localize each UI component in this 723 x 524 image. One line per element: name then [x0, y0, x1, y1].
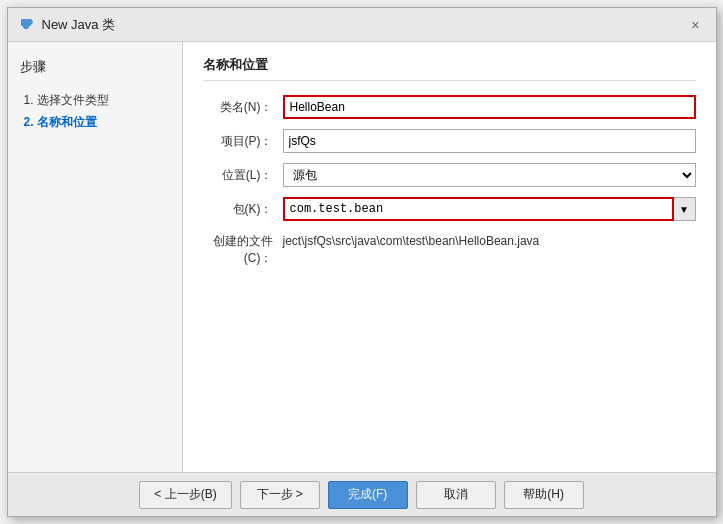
titlebar: New Java 类 × — [8, 8, 716, 42]
new-java-class-dialog: New Java 类 × 步骤 1. 选择文件类型 2. 名称和位置 名称和位置 — [7, 7, 717, 517]
class-name-input[interactable] — [283, 95, 696, 119]
project-row: 项目(P)： — [203, 129, 696, 153]
svg-rect-1 — [23, 26, 29, 28]
sidebar-heading: 步骤 — [20, 58, 170, 76]
bottom-bar: < 上一步(B) 下一步 > 完成(F) 取消 帮助(H) — [8, 472, 716, 516]
project-input[interactable] — [283, 129, 696, 153]
help-button[interactable]: 帮助(H) — [504, 481, 584, 509]
cancel-button[interactable]: 取消 — [416, 481, 496, 509]
finish-button[interactable]: 完成(F) — [328, 481, 408, 509]
svg-rect-2 — [24, 28, 28, 29]
sidebar-step-2: 2. 名称和位置 — [24, 112, 170, 134]
created-file-value: ject\jsfQs\src\java\com\test\bean\HelloB… — [283, 231, 696, 250]
class-name-row: 类名(N)： — [203, 95, 696, 119]
package-row: 包(K)： ▼ — [203, 197, 696, 221]
titlebar-left: New Java 类 — [18, 16, 116, 34]
java-icon — [18, 17, 34, 33]
sidebar-step-1: 1. 选择文件类型 — [24, 90, 170, 112]
dialog-title: New Java 类 — [42, 16, 116, 34]
dialog-content: 步骤 1. 选择文件类型 2. 名称和位置 名称和位置 类名(N)： — [8, 42, 716, 472]
package-dropdown-button[interactable]: ▼ — [674, 197, 696, 221]
location-select[interactable]: 源包 — [283, 163, 696, 187]
created-file-row: 创建的文件(C)： ject\jsfQs\src\java\com\test\b… — [203, 231, 696, 267]
location-label: 位置(L)： — [203, 167, 283, 184]
sidebar-steps: 1. 选择文件类型 2. 名称和位置 — [20, 90, 170, 133]
next-button[interactable]: 下一步 > — [240, 481, 320, 509]
project-label: 项目(P)： — [203, 133, 283, 150]
section-title: 名称和位置 — [203, 56, 696, 81]
class-name-label: 类名(N)： — [203, 99, 283, 116]
package-input[interactable] — [283, 197, 674, 221]
close-button[interactable]: × — [685, 15, 705, 35]
sidebar: 步骤 1. 选择文件类型 2. 名称和位置 — [8, 42, 183, 472]
package-label: 包(K)： — [203, 201, 283, 218]
prev-button[interactable]: < 上一步(B) — [139, 481, 231, 509]
created-file-label: 创建的文件(C)： — [203, 231, 283, 267]
main-panel: 名称和位置 类名(N)： 项目(P)： 位置(L)： 源包 包(K)： — [183, 42, 716, 472]
location-row: 位置(L)： 源包 — [203, 163, 696, 187]
package-input-wrap: ▼ — [283, 197, 696, 221]
